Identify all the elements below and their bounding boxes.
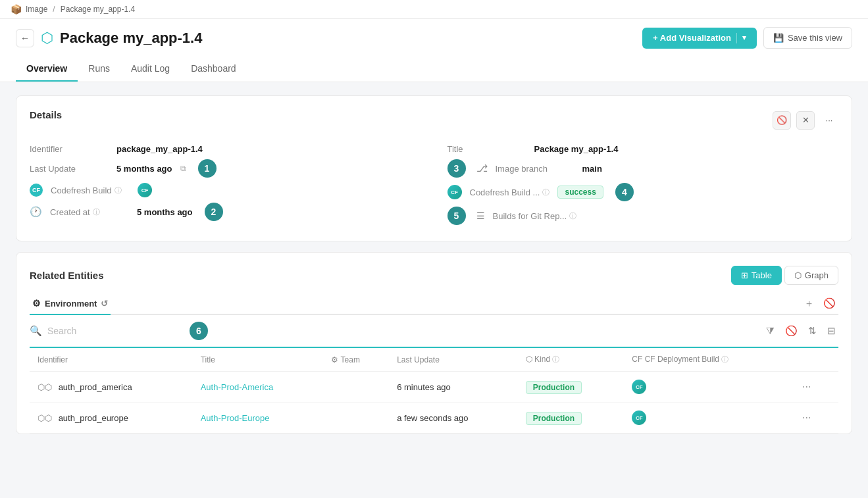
environment-icon: ⚙	[32, 298, 41, 309]
sort-button[interactable]: ⇅	[805, 322, 819, 339]
row1-identifier: ⬡⬡ auth_prod_america	[30, 372, 193, 403]
row1-more-button[interactable]: ···	[798, 380, 815, 394]
annotation-5: 5	[447, 207, 466, 225]
col-cf-deployment: CF CF Deployment Build ⓘ	[624, 348, 790, 372]
image-branch-row: 3 ⎇ Image branch main	[447, 157, 839, 180]
codefresh-build-status-row: CF Codefresh Build ... ⓘ success 4	[447, 180, 839, 204]
col-last-update: Last Update	[389, 348, 518, 372]
created-at-row: 🕐 Created at ⓘ 5 months ago 2	[30, 200, 421, 224]
row2-actions: ···	[790, 403, 838, 434]
caret-icon[interactable]: ▾	[742, 34, 746, 42]
cf-col-icon: CF	[632, 355, 642, 364]
search-input[interactable]	[47, 326, 179, 336]
status-badge-success: success	[557, 186, 603, 199]
details-title: Details	[30, 109, 62, 120]
row1-team	[323, 372, 389, 403]
builds-git-label: Builds for Git Rep... ⓘ	[493, 211, 577, 221]
title-row: Title Package my_app-1.4	[447, 141, 839, 157]
tab-dashboard[interactable]: Dashboard	[180, 57, 247, 82]
close-details-button[interactable]: ✕	[796, 111, 815, 130]
codefresh-build-label: Codefresh Build ⓘ	[51, 186, 130, 195]
codefresh-status-icon: CF	[447, 185, 462, 199]
table-row: ⬡⬡ auth_prod_america Auth-Prod-America 6…	[30, 372, 838, 403]
title-value: Package my_app-1.4	[534, 144, 619, 154]
view-toggle-buttons: ⊞ Table ⬡ Graph	[731, 266, 838, 285]
codefresh-status-info-icon: ⓘ	[542, 187, 549, 197]
ellipsis-icon: ···	[826, 115, 833, 125]
image-branch-value: main	[582, 164, 602, 174]
codefresh-build-row: CF Codefresh Build ⓘ CF	[30, 180, 421, 200]
graph-view-button[interactable]: ⬡ Graph	[784, 266, 838, 285]
row1-cf-icon: CF	[632, 380, 646, 394]
row2-identifier: ⬡⬡ auth_prod_europe	[30, 403, 193, 434]
tab-audit-log[interactable]: Audit Log	[120, 57, 180, 82]
more-details-button[interactable]: ···	[820, 111, 838, 130]
graph-icon: ⬡	[794, 270, 802, 280]
row1-kind-badge: Production	[526, 381, 582, 394]
row1-title[interactable]: Auth-Prod-America	[193, 372, 324, 403]
row1-kind: Production	[518, 372, 625, 403]
clock-icon: 🕐	[30, 206, 42, 218]
add-visualization-button[interactable]: + Add Visualization ▾	[642, 28, 757, 49]
row2-last-update: a few seconds ago	[389, 403, 518, 434]
table-view-button[interactable]: ⊞ Table	[731, 266, 782, 285]
builds-git-info-icon: ⓘ	[569, 211, 576, 221]
main-tabs: Overview Runs Audit Log Dashboard	[16, 57, 852, 82]
save-view-label: Save this view	[788, 33, 842, 43]
codefresh-build-value-icon: CF	[138, 183, 152, 197]
hide-columns-button[interactable]: 🚫	[782, 322, 800, 339]
annotation-4: 4	[615, 183, 634, 201]
git-icon: ☰	[476, 211, 485, 221]
export-button[interactable]: ⊟	[825, 322, 838, 339]
identifier-row: Identifier package_my_app-1.4	[30, 141, 421, 157]
header-actions: + Add Visualization ▾ 💾 Save this view	[642, 27, 852, 49]
eye-slash-icon: 🚫	[777, 115, 787, 125]
annotation-6: 6	[190, 322, 208, 340]
graph-label: Graph	[805, 270, 829, 280]
details-grid: Identifier package_my_app-1.4 Last Updat…	[30, 141, 838, 228]
row2-title[interactable]: Auth-Prod-Europe	[193, 403, 324, 434]
builds-git-row: 5 ☰ Builds for Git Rep... ⓘ	[447, 204, 839, 228]
row2-more-button[interactable]: ···	[798, 411, 815, 425]
row1-identifier-link[interactable]: auth_prod_america	[59, 382, 132, 392]
filter-button[interactable]: ⧩	[763, 322, 777, 339]
annotation-3: 3	[447, 159, 466, 178]
package-icon: ⬡	[41, 30, 53, 47]
save-icon: 💾	[773, 33, 784, 43]
save-view-button[interactable]: 💾 Save this view	[763, 27, 852, 49]
hide-details-button[interactable]: 🚫	[773, 111, 791, 130]
row1-actions: ···	[790, 372, 838, 403]
identifier-value: package_my_app-1.4	[116, 144, 203, 154]
row2-kind: Production	[518, 403, 625, 434]
row2-cf-icon: CF	[632, 411, 646, 425]
refresh-icon[interactable]: ↺	[101, 299, 108, 309]
environment-tab[interactable]: ⚙ Environment ↺	[30, 293, 111, 315]
annotation-1: 1	[198, 159, 217, 178]
related-title: Related Entities	[30, 270, 104, 281]
row1-last-update: 6 minutes ago	[389, 372, 518, 403]
col-team: ⚙ Team	[323, 348, 389, 372]
row2-identifier-link[interactable]: auth_prod_europe	[59, 413, 128, 423]
row1-cf-build: CF	[624, 372, 790, 403]
entity-tab-bar: ⚙ Environment ↺ ＋ 🚫	[30, 293, 838, 315]
tab-overview[interactable]: Overview	[16, 57, 78, 82]
row2-team	[323, 403, 389, 434]
created-at-value: 5 months ago	[137, 207, 193, 217]
hide-entity-button[interactable]: 🚫	[821, 295, 838, 312]
image-branch-label: Image branch	[496, 164, 574, 174]
breadcrumb-bar: 📦 Image / Package my_app-1.4	[0, 0, 868, 19]
last-update-label: Last Update	[30, 164, 109, 174]
tab-runs[interactable]: Runs	[78, 57, 120, 82]
add-entity-button[interactable]: ＋	[802, 295, 817, 312]
back-button[interactable]: ←	[16, 29, 34, 47]
copy-icon[interactable]: ⧉	[180, 164, 186, 173]
details-card: Details 🚫 ✕ ··· Identifier package_my_ap…	[16, 95, 852, 241]
title-label: Title	[447, 144, 526, 154]
identifier-label: Identifier	[30, 144, 109, 154]
search-input-wrap: 🔍 6	[30, 322, 763, 340]
col-kind: ⬡ Kind ⓘ	[518, 348, 625, 372]
breadcrumb-parent[interactable]: Image	[26, 5, 47, 14]
breadcrumb-current: Package my_app-1.4	[61, 5, 135, 14]
created-at-label: Created at ⓘ	[50, 207, 129, 217]
entity-icon-2: ⬡⬡	[38, 413, 52, 423]
